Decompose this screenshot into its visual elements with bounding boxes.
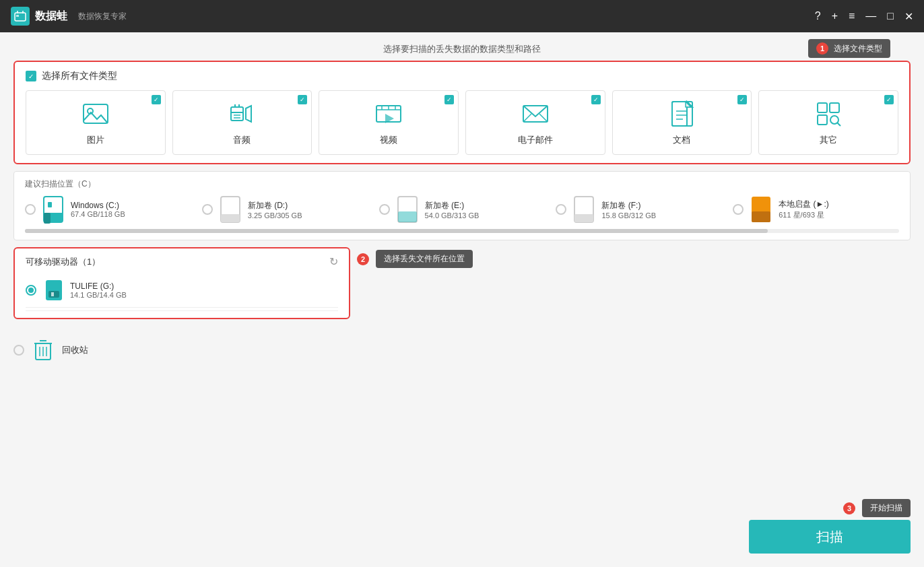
video-label: 视频 bbox=[380, 134, 397, 146]
audio-icon bbox=[227, 99, 257, 129]
logo-icon bbox=[11, 7, 30, 26]
main-content: 选择要扫描的丢失数据的数据类型和路径 1 选择文件类型 ✓ 选择所有文件类型 ✓ bbox=[0, 32, 924, 567]
drive-d-radio[interactable] bbox=[202, 204, 213, 215]
svg-rect-40 bbox=[221, 214, 240, 222]
svg-point-32 bbox=[830, 116, 838, 124]
file-type-document[interactable]: ✓ 文档 bbox=[612, 90, 752, 155]
drive-d[interactable]: 新加卷 (D:) 3.25 GB/305 GB bbox=[202, 195, 368, 224]
step1-tooltip-text: 选择文件类型 bbox=[834, 43, 882, 55]
drives-subtitle: 建议扫描位置（C） bbox=[25, 178, 899, 190]
file-type-audio[interactable]: ✓ 音频 bbox=[172, 90, 312, 155]
drive-f[interactable]: 新加卷 (F:) 15.8 GB/312 GB bbox=[556, 195, 722, 224]
drives-section: 建议扫描位置（C） Windows (C:) 67.4 GB/118 GB bbox=[13, 171, 911, 240]
drive-local-radio[interactable] bbox=[733, 204, 744, 215]
svg-rect-37 bbox=[44, 213, 51, 224]
drive-f-name: 新加卷 (F:) bbox=[601, 200, 722, 211]
video-icon bbox=[374, 99, 403, 129]
drive-e-size: 54.0 GB/313 GB bbox=[425, 211, 546, 220]
add-button[interactable]: + bbox=[832, 10, 838, 22]
file-type-image[interactable]: ✓ 图片 bbox=[26, 90, 166, 155]
drive-e[interactable]: 新加卷 (E:) 54.0 GB/313 GB bbox=[379, 195, 546, 224]
drive-f-radio[interactable] bbox=[556, 204, 566, 215]
device-name: TULIFE (G:) bbox=[70, 281, 127, 291]
refresh-icon[interactable]: ↻ bbox=[329, 255, 338, 268]
drive-e-info: 新加卷 (E:) 54.0 GB/313 GB bbox=[425, 200, 546, 220]
recycle-radio[interactable] bbox=[13, 345, 24, 356]
svg-rect-38 bbox=[48, 202, 52, 207]
step2-badge: 2 bbox=[357, 253, 369, 265]
scan-step-badge-row: 3 开始扫描 bbox=[843, 499, 911, 517]
svg-rect-42 bbox=[398, 211, 417, 222]
device-radio[interactable] bbox=[26, 285, 36, 296]
drive-d-icon bbox=[220, 195, 241, 224]
removable-section: 可移动驱动器（1） ↻ TULIFE (G:) bbox=[13, 247, 350, 319]
help-button[interactable]: ? bbox=[815, 10, 821, 22]
drive-c-info: Windows (C:) 67.4 GB/118 GB bbox=[71, 201, 191, 218]
drive-local[interactable]: 本地启盘 (►:) 611 星/693 星 bbox=[733, 195, 899, 224]
step1-tooltip: 1 选择文件类型 bbox=[808, 39, 890, 58]
svg-rect-3 bbox=[16, 15, 19, 17]
device-text: TULIFE (G:) 14.1 GB/14.4 GB bbox=[70, 281, 127, 299]
image-icon bbox=[81, 99, 110, 129]
audio-checkbox: ✓ bbox=[298, 95, 307, 104]
scan-area: 3 开始扫描 扫描 bbox=[749, 499, 911, 554]
app-subtitle: 数据恢复专家 bbox=[78, 11, 127, 22]
scan-button[interactable]: 扫描 bbox=[749, 520, 911, 554]
removable-title: 可移动驱动器（1） bbox=[26, 256, 100, 268]
svg-rect-46 bbox=[752, 211, 770, 222]
drive-c-radio[interactable] bbox=[25, 204, 36, 215]
step-header: 选择要扫描的丢失数据的数据类型和路径 1 选择文件类型 bbox=[13, 43, 911, 55]
select-all-label[interactable]: ✓ 选择所有文件类型 bbox=[26, 70, 898, 82]
other-checkbox: ✓ bbox=[884, 95, 894, 104]
step2-tooltip-container: 2 选择丢失文件所在位置 bbox=[357, 250, 473, 268]
drive-f-size: 15.8 GB/312 GB bbox=[601, 211, 722, 220]
image-checkbox: ✓ bbox=[152, 95, 161, 104]
svg-rect-4 bbox=[84, 104, 108, 123]
email-checkbox: ✓ bbox=[591, 95, 601, 104]
select-all-checkbox[interactable]: ✓ bbox=[26, 71, 36, 81]
svg-rect-29 bbox=[818, 103, 827, 112]
svg-rect-30 bbox=[830, 103, 839, 112]
file-type-video[interactable]: ✓ 视频 bbox=[319, 90, 459, 155]
recycle-label: 回收站 bbox=[62, 344, 88, 356]
step3-badge: 3 bbox=[843, 502, 855, 514]
email-icon bbox=[521, 99, 550, 129]
email-label: 电子邮件 bbox=[518, 134, 553, 146]
menu-button[interactable]: ≡ bbox=[849, 10, 855, 22]
device-size: 14.1 GB/14.4 GB bbox=[70, 291, 127, 299]
file-type-email[interactable]: ✓ 电子邮件 bbox=[465, 90, 605, 155]
drive-e-name: 新加卷 (E:) bbox=[425, 200, 546, 211]
drive-f-icon bbox=[573, 195, 595, 224]
drive-local-size: 611 星/693 星 bbox=[779, 210, 899, 220]
audio-label: 音频 bbox=[233, 134, 251, 146]
drive-local-info: 本地启盘 (►:) 611 星/693 星 bbox=[779, 199, 899, 220]
document-icon bbox=[667, 99, 696, 129]
svg-rect-6 bbox=[231, 107, 243, 121]
removable-device[interactable]: TULIFE (G:) 14.1 GB/14.4 GB bbox=[26, 273, 338, 308]
close-button[interactable]: ✕ bbox=[904, 10, 913, 23]
recycle-bin-icon bbox=[32, 337, 54, 364]
svg-rect-0 bbox=[15, 13, 26, 21]
drive-d-info: 新加卷 (D:) 3.25 GB/305 GB bbox=[248, 200, 368, 220]
file-type-other[interactable]: ✓ 其它 bbox=[758, 90, 898, 155]
app-logo: 数据蛙 数据恢复专家 bbox=[11, 7, 127, 26]
drive-d-size: 3.25 GB/305 GB bbox=[248, 211, 368, 220]
document-checkbox: ✓ bbox=[737, 95, 747, 104]
maximize-button[interactable]: □ bbox=[887, 10, 894, 22]
drive-local-icon bbox=[750, 195, 772, 224]
drive-e-radio[interactable] bbox=[379, 204, 390, 215]
file-types-section: ✓ 选择所有文件类型 ✓ 图片 ✓ bbox=[13, 61, 911, 164]
svg-rect-21 bbox=[672, 102, 687, 126]
image-label: 图片 bbox=[87, 134, 104, 146]
drives-grid: Windows (C:) 67.4 GB/118 GB 新加卷 (D:) 3.2… bbox=[25, 195, 899, 224]
minimize-button[interactable]: — bbox=[865, 10, 876, 22]
recycle-section[interactable]: 回收站 bbox=[13, 331, 911, 369]
step1-badge: 1 bbox=[816, 42, 828, 55]
scan-tooltip-text: 开始扫描 bbox=[862, 499, 911, 517]
removable-row: 可移动驱动器（1） ↻ TULIFE (G:) bbox=[13, 247, 911, 326]
drive-c[interactable]: Windows (C:) 67.4 GB/118 GB bbox=[25, 195, 191, 224]
drive-local-name: 本地启盘 (►:) bbox=[779, 199, 899, 210]
device-info-row: TULIFE (G:) 14.1 GB/14.4 GB bbox=[43, 277, 127, 303]
step-header-text: 选择要扫描的丢失数据的数据类型和路径 bbox=[383, 44, 541, 54]
other-icon bbox=[814, 99, 843, 129]
